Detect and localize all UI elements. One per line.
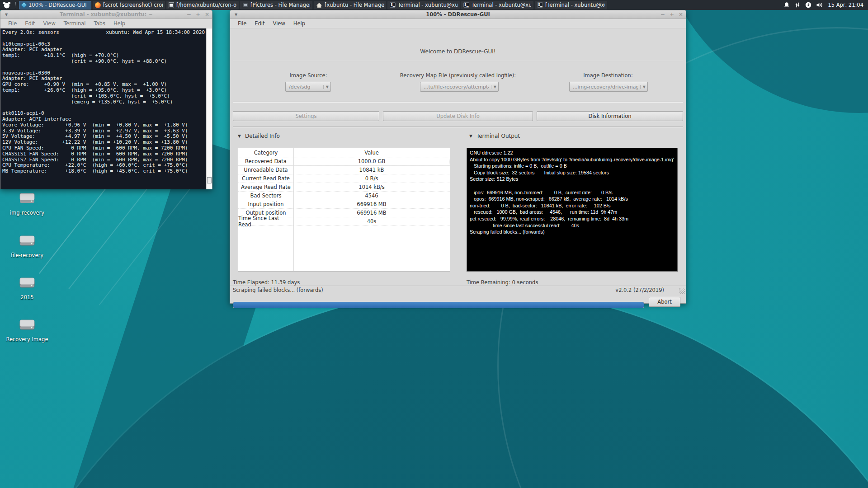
collapse-triangle-icon: ▼	[469, 134, 472, 138]
desktop-icon-file-recovery[interactable]: file-recovery	[5, 231, 50, 258]
menu-help[interactable]: Help	[109, 20, 129, 27]
table-header-value: Value	[293, 148, 450, 157]
separator	[233, 102, 683, 103]
row-value: 4546	[293, 192, 450, 200]
ddrescue-diamond-icon	[21, 2, 27, 8]
taskbar-button-label: [xubuntu - File Manager]	[325, 2, 384, 8]
menu-view[interactable]: View	[39, 20, 60, 27]
update-disk-info-button[interactable]: Update Disk Info	[383, 111, 533, 121]
map-file-label: Recovery Map File (previously called log…	[400, 72, 516, 79]
taskbar-button-terminal-1[interactable]: $_ Terminal - xubuntu@xubuntu...	[387, 1, 460, 9]
terminal-scrollbar[interactable]	[206, 28, 212, 189]
desktop-icon-recovery-image[interactable]: Recovery Image	[5, 315, 50, 343]
power-manager-icon[interactable]	[805, 2, 811, 8]
table-row[interactable]: Bad Sectors 4546	[238, 192, 450, 200]
detailed-info-section-header[interactable]: ▼ Detailed Info	[238, 133, 280, 139]
collapse-triangle-icon: ▼	[238, 134, 241, 138]
row-category: Average Read Rate	[238, 183, 293, 191]
taskbar-button-firefox[interactable]: [scrot (screenshot) cron job ...	[93, 1, 165, 9]
menu-help[interactable]: Help	[289, 20, 309, 27]
volume-icon[interactable]	[816, 2, 823, 8]
menu-file[interactable]: File	[234, 20, 250, 27]
window-menu-icon[interactable]: ▼	[5, 13, 8, 17]
panel-handle[interactable]	[15, 2, 17, 8]
row-category: Input position	[238, 200, 293, 208]
desktop-icon-2015[interactable]: 2015	[5, 273, 50, 300]
taskbar-button-pictures[interactable]: [Pictures - File Manager]	[240, 1, 312, 9]
whisker-menu-button[interactable]	[0, 0, 14, 10]
table-row[interactable]: Average Read Rate 1014 kB/s	[238, 183, 450, 192]
ddrescue-titlebar[interactable]: ▼ 100% - DDRescue-GUI − + ×	[230, 10, 686, 19]
desktop-icon-img-recovery[interactable]: img-recovery	[5, 189, 50, 216]
close-icon[interactable]: ×	[679, 10, 683, 19]
menu-terminal[interactable]: Terminal	[60, 20, 90, 27]
taskbar-button-label: Terminal - xubuntu@xubuntu...	[472, 2, 531, 8]
table-row[interactable]: Recovered Data 1000.0 GB	[238, 157, 450, 166]
desktop-icon-label: 2015	[5, 294, 50, 300]
window-buttons: 100% - DDRescue-GUI [scrot (screenshot) …	[19, 0, 607, 10]
desktop-icon-label: file-recovery	[5, 252, 50, 258]
panel-clock[interactable]: 15 Apr, 21:04	[828, 2, 863, 8]
terminal-titlebar[interactable]: ▼ Terminal - xubuntu@xubuntu: ~ − + ×	[0, 10, 212, 19]
row-value: 0 B/s	[293, 174, 450, 183]
menu-edit[interactable]: Edit	[21, 20, 39, 27]
row-category: Recovered Data	[238, 157, 293, 165]
destination-dropdown[interactable]: ...img-recovery/drive-image-1.img ▼	[569, 82, 648, 92]
ddrescue-gui-window: ▼ 100% - DDRescue-GUI − + × File Edit Vi…	[230, 10, 686, 304]
maximize-icon[interactable]: +	[670, 10, 674, 19]
chevron-down-icon: ▼	[323, 85, 329, 89]
taskbar-button-ddrescue[interactable]: 100% - DDRescue-GUI	[19, 1, 91, 9]
taskbar-button-filemanager[interactable]: [xubuntu - File Manager]	[314, 1, 386, 9]
terminal-content[interactable]: Every 2.0s: sensors xubuntu: Wed Apr 15 …	[0, 28, 212, 189]
notification-bell-icon[interactable]	[783, 2, 790, 8]
file-manager-icon	[242, 3, 248, 8]
window-menu-icon[interactable]: ▼	[235, 13, 237, 17]
destination-label: Image Destination:	[583, 72, 633, 79]
detailed-info-title: Detailed Info	[245, 133, 280, 139]
close-icon[interactable]: ×	[205, 10, 209, 19]
row-category: Time Since Last Read	[238, 217, 293, 225]
terminal-output-section-header[interactable]: ▼ Terminal Output	[469, 133, 520, 139]
watch-host-datetime: xubuntu: Wed Apr 15 18:34:00 2020	[106, 30, 205, 36]
settings-button[interactable]: Settings	[233, 111, 379, 121]
terminal-icon: $_	[390, 2, 396, 8]
resize-grip[interactable]	[679, 288, 685, 294]
ddrescue-terminal-output: GNU ddrescue 1.22 About to copy 1000 GBy…	[467, 148, 678, 272]
table-header-row: Category Value	[238, 148, 450, 157]
desktop-icon-label: Recovery Image	[5, 336, 50, 343]
taskbar-button-terminal-2[interactable]: $_ Terminal - xubuntu@xubuntu...	[461, 1, 533, 9]
scrollbar-thumb[interactable]	[207, 177, 212, 183]
firefox-icon	[95, 2, 101, 8]
disk-information-button[interactable]: Disk Information	[537, 111, 683, 121]
table-row[interactable]: Unreadable Data 10841 kB	[238, 166, 450, 174]
minimize-icon[interactable]: −	[660, 10, 665, 19]
menu-file[interactable]: File	[4, 20, 21, 27]
map-file-dropdown[interactable]: ...tu/file-recovery/attempt-1.log ▼	[420, 82, 499, 92]
menu-tabs[interactable]: Tabs	[90, 20, 109, 27]
menu-view[interactable]: View	[269, 20, 289, 27]
network-transfer-icon[interactable]	[794, 2, 801, 8]
taskbar-button-terminal-3[interactable]: $_ [Terminal - xubuntu@xubunt...	[535, 1, 607, 9]
minimize-icon[interactable]: −	[187, 10, 191, 19]
menu-edit[interactable]: Edit	[250, 20, 269, 27]
image-source-dropdown[interactable]: /dev/sdg ▼	[285, 82, 331, 92]
time-elapsed-text: Time Elapsed: 11.39 days	[233, 279, 300, 286]
ddrescue-menubar: File Edit View Help	[230, 19, 686, 28]
terminal-output-title: Terminal Output	[476, 133, 520, 139]
drive-icon	[17, 231, 37, 249]
image-source-label: Image Source:	[289, 72, 327, 79]
maximize-icon[interactable]: +	[196, 10, 200, 19]
terminal-icon: $_	[463, 2, 469, 8]
chevron-down-icon: ▼	[491, 85, 496, 89]
table-row[interactable]: Input position 669916 MB	[238, 200, 450, 209]
table-row[interactable]: Time Since Last Read 40s	[238, 217, 450, 226]
terminal-window-title: Terminal - xubuntu@xubuntu: ~	[0, 11, 212, 18]
taskbar-button-label: [Pictures - File Manager]	[250, 2, 310, 8]
progress-fill	[233, 302, 644, 308]
table-header-category: Category	[238, 148, 293, 157]
taskbar-button-editor[interactable]: [/home/xubuntu/cron-output....	[166, 1, 239, 9]
abort-button[interactable]: Abort	[649, 297, 680, 307]
taskbar-button-label: 100% - DDRescue-GUI	[28, 2, 87, 8]
table-row[interactable]: Current Read Rate 0 B/s	[238, 174, 450, 183]
text-editor-icon	[169, 2, 174, 8]
